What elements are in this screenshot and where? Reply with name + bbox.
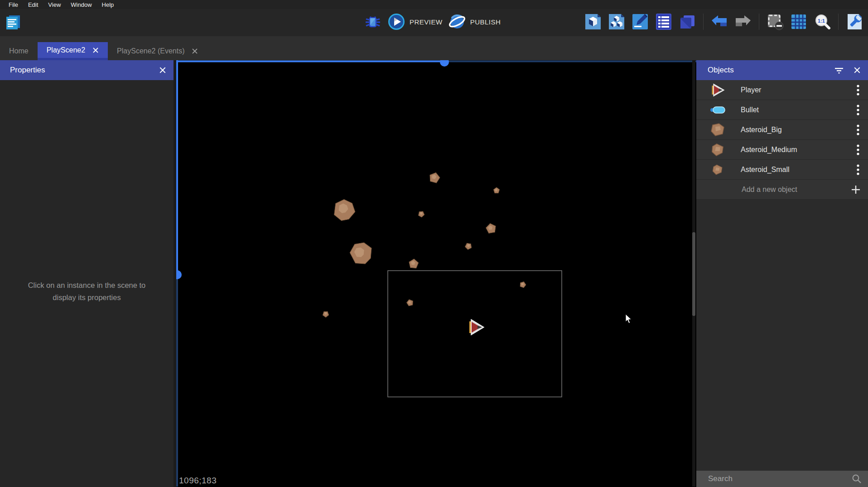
- menu-view[interactable]: View: [43, 0, 66, 9]
- preview-play-icon: [387, 13, 405, 31]
- menu-bar: File Edit View Window Help: [0, 0, 868, 9]
- tab-playscene2[interactable]: PlayScene2: [38, 42, 108, 60]
- main-toolbar: PREVIEW PUBLISH: [0, 9, 868, 36]
- kebab-menu-icon[interactable]: [856, 144, 860, 156]
- publish-label: PUBLISH: [470, 18, 501, 26]
- kebab-menu-icon[interactable]: [856, 104, 860, 116]
- undo-icon[interactable]: [710, 13, 728, 31]
- tab-strip: Home PlayScene2 PlayScene2 (Events): [0, 36, 868, 60]
- objects-list-icon[interactable]: [608, 13, 626, 31]
- menu-help[interactable]: Help: [97, 0, 119, 9]
- tab-playscene2-events[interactable]: PlayScene2 (Events): [108, 42, 207, 60]
- player-instance[interactable]: [469, 320, 484, 335]
- objects-panel-empty-space: [696, 200, 868, 471]
- close-icon[interactable]: [92, 47, 99, 53]
- object-row-player[interactable]: Player: [696, 80, 868, 100]
- asteroid-icon: [709, 122, 726, 138]
- gdevelop-window: File Edit View Window Help: [0, 0, 868, 487]
- bullet-icon: [709, 102, 726, 118]
- object-row-asteroid-big[interactable]: Asteroid_Big: [696, 120, 868, 140]
- objects-panel-title: Objects: [708, 66, 734, 75]
- toolbar-separator: [759, 14, 759, 30]
- close-icon[interactable]: [159, 67, 166, 74]
- kebab-menu-icon[interactable]: [856, 124, 860, 136]
- scene-properties-icon[interactable]: [845, 13, 863, 31]
- cursor-coordinates: 1096;183: [179, 476, 217, 486]
- menu-edit[interactable]: Edit: [23, 0, 43, 9]
- add-new-object-label: Add a new object: [742, 186, 797, 194]
- mask-icon[interactable]: [766, 13, 784, 31]
- kebab-menu-icon[interactable]: [856, 164, 860, 176]
- add-new-object-icon[interactable]: [584, 13, 602, 31]
- resize-handle-top[interactable]: [440, 60, 449, 67]
- objects-panel-header: Objects: [696, 60, 868, 80]
- grid-icon[interactable]: [790, 13, 808, 31]
- tab-home[interactable]: Home: [0, 42, 38, 60]
- canvas-scrollbar-thumb[interactable]: [692, 232, 695, 316]
- scene-render: [176, 60, 696, 487]
- preview-label: PREVIEW: [410, 18, 443, 26]
- asteroid-small-instance[interactable]: [322, 310, 330, 318]
- object-label: Asteroid_Big: [741, 126, 782, 134]
- menu-file[interactable]: File: [4, 0, 23, 9]
- publish-button[interactable]: PUBLISH: [448, 13, 501, 31]
- scene-canvas[interactable]: 1096;183: [176, 60, 696, 487]
- asteroid-small-instance[interactable]: [406, 299, 414, 306]
- filter-icon[interactable]: [834, 67, 844, 74]
- redo-icon[interactable]: [734, 13, 752, 31]
- asteroid-big-instance[interactable]: [347, 239, 376, 268]
- asteroid-icon: [709, 162, 726, 177]
- properties-panel-title: Properties: [10, 66, 45, 75]
- asteroid-medium-instance[interactable]: [428, 171, 441, 183]
- close-icon[interactable]: [192, 48, 198, 54]
- menu-window[interactable]: Window: [66, 0, 96, 9]
- object-row-asteroid-medium[interactable]: Asteroid_Medium: [696, 140, 868, 160]
- tab-playscene2-label: PlayScene2: [47, 46, 85, 54]
- instances-list-icon[interactable]: [655, 13, 673, 31]
- properties-panel-header: Properties: [0, 60, 174, 80]
- search-icon: [852, 474, 862, 484]
- layers-icon[interactable]: [678, 13, 696, 31]
- object-label: Player: [741, 86, 761, 94]
- project-manager-icon[interactable]: [4, 13, 22, 31]
- kebab-menu-icon[interactable]: [856, 84, 860, 96]
- resize-handle-left[interactable]: [176, 270, 182, 279]
- player-ship-icon: [709, 82, 726, 98]
- asteroid-big-instance[interactable]: [333, 198, 357, 223]
- properties-hint: Click on an instance in the scene to dis…: [0, 279, 174, 304]
- object-row-bullet[interactable]: Bullet: [696, 100, 868, 120]
- object-search-bar[interactable]: Search: [696, 471, 868, 487]
- properties-panel: Properties Click on an instance in the s…: [0, 60, 174, 487]
- toolbar-separator: [703, 14, 704, 30]
- svg-text:1:1: 1:1: [818, 18, 825, 24]
- asteroid-small-instance[interactable]: [519, 281, 527, 288]
- zoom-one-to-one-icon[interactable]: 1:1: [813, 13, 831, 31]
- preview-button[interactable]: PREVIEW: [387, 13, 443, 31]
- debug-icon[interactable]: [364, 13, 382, 31]
- search-input[interactable]: Search: [708, 474, 852, 483]
- object-label: Asteroid_Medium: [741, 146, 797, 154]
- asteroid-small-instance[interactable]: [464, 242, 473, 251]
- object-label: Bullet: [741, 106, 759, 114]
- object-label: Asteroid_Small: [741, 166, 790, 174]
- asteroid-small-instance[interactable]: [417, 210, 425, 218]
- asteroid-icon: [709, 142, 726, 158]
- tab-home-label: Home: [9, 47, 29, 55]
- camera-viewport-rect: [388, 271, 562, 397]
- edit-scene-icon[interactable]: [631, 13, 649, 31]
- tab-playscene2-events-label: PlayScene2 (Events): [117, 47, 184, 55]
- plus-icon: [851, 185, 861, 195]
- asteroid-medium-instance[interactable]: [485, 223, 497, 234]
- mouse-cursor: [626, 314, 631, 323]
- object-row-asteroid-small[interactable]: Asteroid_Small: [696, 160, 868, 180]
- publish-icon: [448, 13, 466, 31]
- toolbar-separator: [838, 14, 839, 30]
- add-new-object-button[interactable]: Add a new object: [696, 180, 868, 200]
- properties-panel-body: Click on an instance in the scene to dis…: [0, 80, 174, 487]
- objects-panel: Objects Player: [696, 60, 868, 487]
- asteroid-small-instance[interactable]: [493, 187, 499, 193]
- close-icon[interactable]: [854, 67, 861, 74]
- asteroid-medium-instance[interactable]: [409, 258, 419, 268]
